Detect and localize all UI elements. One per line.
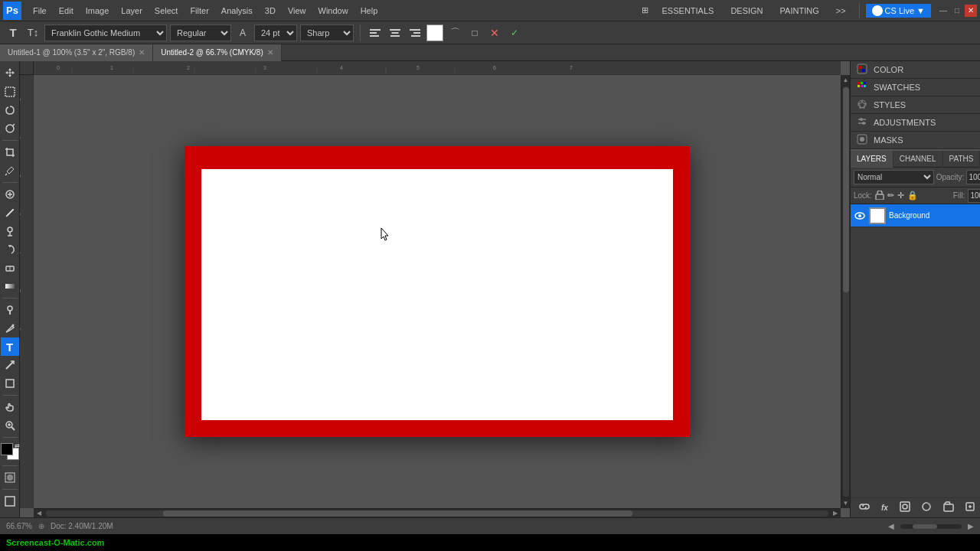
zoom-tool-button[interactable] — [1, 416, 19, 435]
dodge-tool-button[interactable] — [1, 301, 19, 319]
warp-text-icon[interactable]: ⌒ — [446, 24, 463, 41]
type-orientation-icon[interactable]: T↕ — [24, 24, 41, 41]
marquee-tool-button[interactable] — [1, 83, 19, 101]
new-layer-button[interactable] — [965, 501, 975, 514]
lock-position-icon[interactable]: ✛ — [897, 191, 904, 201]
ws-design[interactable]: DESIGN — [724, 4, 769, 18]
color-swatches[interactable]: ⇄ — [1, 443, 19, 460]
ws-more[interactable]: >> — [829, 4, 853, 18]
lasso-tool-button[interactable] — [1, 101, 19, 119]
cs-live-label: CS Live — [885, 6, 915, 15]
v-scroll-triangle-down[interactable]: ▼ — [843, 498, 849, 508]
menu-layer[interactable]: Layer — [116, 5, 148, 17]
canvas-area[interactable]: 0 1 2 3 4 5 6 7 0 1 2 3 4 5 — [20, 61, 850, 517]
canvas-inner[interactable] — [201, 169, 673, 420]
align-left-button[interactable] — [367, 24, 384, 41]
menu-3d[interactable]: 3D — [260, 5, 281, 17]
align-center-button[interactable] — [387, 24, 403, 41]
commit-type-icon[interactable]: ✓ — [506, 24, 523, 41]
menu-select[interactable]: Select — [149, 5, 184, 17]
minimize-button[interactable]: — — [937, 5, 949, 17]
fx-button[interactable]: fx — [881, 504, 888, 512]
shape-tool-button[interactable] — [1, 374, 19, 393]
menu-window[interactable]: Window — [313, 5, 354, 17]
foreground-color[interactable] — [1, 443, 13, 455]
h-scroll-triangle-left[interactable]: ◀ — [34, 510, 44, 517]
canvas-wrapper[interactable] — [34, 75, 841, 508]
screen-mode-button[interactable] — [1, 492, 19, 510]
eraser-tool-button[interactable] — [1, 259, 19, 277]
align-right-button[interactable] — [407, 24, 423, 41]
cs-live-button[interactable]: CS Live ▼ — [866, 4, 931, 18]
gradient-tool-button[interactable] — [1, 277, 19, 295]
add-mask-button[interactable] — [900, 501, 910, 514]
hand-tool-button[interactable] — [1, 398, 19, 416]
menu-help[interactable]: Help — [355, 5, 384, 17]
layers-controls: Normal Opacity: ▶ — [851, 168, 980, 187]
character-paragraph-icon[interactable]: □ — [466, 24, 483, 41]
status-zoom-icon[interactable]: ⊕ — [38, 522, 44, 530]
navigate-left-icon[interactable]: ◀ — [888, 522, 894, 530]
color-panel-row[interactable]: COLOR — [851, 61, 980, 79]
close-button[interactable]: ✕ — [965, 5, 977, 17]
cancel-type-icon[interactable]: ✕ — [486, 24, 503, 41]
font-size-select[interactable]: 24 pt — [254, 24, 297, 41]
link-layers-button[interactable] — [859, 501, 870, 514]
svg-text:0: 0 — [20, 98, 21, 101]
font-style-select[interactable]: Regular — [170, 24, 231, 41]
canvas-document[interactable] — [185, 146, 690, 437]
opacity-input[interactable] — [966, 170, 980, 184]
h-scrollbar[interactable]: ◀ ▶ — [34, 508, 841, 517]
new-group-button[interactable] — [943, 501, 954, 514]
quick-select-button[interactable] — [1, 119, 19, 138]
quick-mask-button[interactable] — [1, 468, 19, 487]
history-brush-button[interactable] — [1, 240, 19, 259]
move-tool-button[interactable] — [1, 64, 19, 83]
lock-all-icon[interactable]: 🔒 — [907, 191, 918, 201]
tab2-close-button[interactable]: ✕ — [267, 48, 273, 57]
anti-alias-select[interactable]: Sharp — [300, 24, 354, 41]
ws-essentials[interactable]: ESSENTIALS — [655, 4, 721, 18]
text-color-swatch[interactable] — [426, 24, 443, 41]
document-tab-2[interactable]: Untitled-2 @ 66.7% (CMYK/8) ✕ — [153, 44, 282, 61]
paths-tab[interactable]: PATHS — [943, 151, 980, 168]
menu-edit[interactable]: Edit — [54, 5, 79, 17]
tab1-close-button[interactable]: ✕ — [139, 48, 145, 57]
swatches-panel-row[interactable]: SWATCHES — [851, 79, 980, 96]
brush-tool-button[interactable] — [1, 204, 19, 222]
v-scroll-triangle-up[interactable]: ▲ — [843, 75, 849, 85]
path-select-button[interactable] — [1, 356, 19, 374]
ws-painting[interactable]: PAINTING — [773, 4, 826, 18]
type-tool-button[interactable]: T — [1, 337, 19, 356]
layers-tab[interactable]: LAYERS — [851, 151, 893, 168]
menu-filter[interactable]: Filter — [185, 5, 214, 17]
masks-panel-row[interactable]: MASKS — [851, 132, 980, 149]
h-scroll-triangle-right[interactable]: ▶ — [830, 510, 841, 517]
restore-button[interactable]: □ — [951, 5, 963, 17]
stamp-tool-button[interactable] — [1, 222, 19, 240]
heal-tool-button[interactable] — [1, 185, 19, 204]
styles-panel-row[interactable]: STYLES — [851, 96, 980, 114]
document-tab-1[interactable]: Untitled-1 @ 100% (3.5" x 2", RGB/8) ✕ — [0, 44, 153, 61]
lock-image-icon[interactable]: ✏ — [887, 191, 894, 201]
layer-visibility-icon[interactable] — [854, 210, 866, 222]
menu-view[interactable]: View — [283, 5, 312, 17]
menu-image[interactable]: Image — [80, 5, 115, 17]
v-scrollbar[interactable]: ▲ ▼ — [841, 75, 850, 508]
crop-tool-button[interactable] — [1, 143, 19, 161]
lock-transparency-icon[interactable] — [875, 191, 884, 201]
pen-tool-button[interactable] — [1, 319, 19, 337]
adjustments-panel-row[interactable]: ADJUSTMENTS — [851, 114, 980, 132]
navigate-right-icon[interactable]: ▶ — [968, 522, 974, 530]
blend-mode-select[interactable]: Normal — [854, 170, 934, 184]
arrange-windows-icon[interactable]: ⊞ — [638, 4, 652, 17]
layer-item-background[interactable]: Background — [851, 204, 980, 227]
menu-analysis[interactable]: Analysis — [216, 5, 258, 17]
channel-tab[interactable]: CHANNEL — [893, 151, 943, 168]
eyedropper-tool-button[interactable] — [1, 161, 19, 180]
adjustment-layer-button[interactable] — [921, 501, 932, 514]
fill-input[interactable] — [968, 189, 980, 203]
swap-colors-icon[interactable]: ⇄ — [15, 442, 20, 449]
menu-file[interactable]: File — [28, 5, 52, 17]
font-family-select[interactable]: Franklin Gothic Medium — [44, 24, 167, 41]
